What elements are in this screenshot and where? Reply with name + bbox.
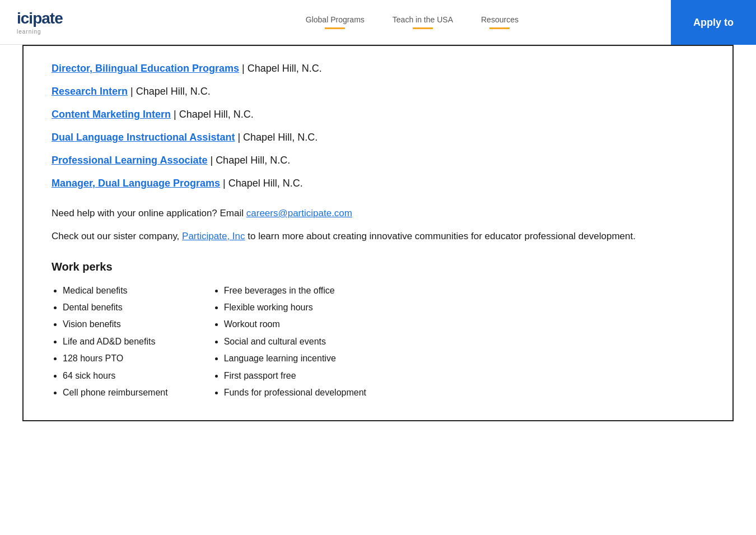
list-item: Workout room: [224, 318, 366, 331]
job-link-professional-learning[interactable]: Professional Learning Associate: [52, 155, 207, 166]
list-item: Social and cultural events: [224, 336, 366, 348]
main-nav: Global Programs Teach in the USA Resourc…: [85, 15, 739, 29]
list-item: Vision benefits: [63, 318, 168, 331]
header: icipate learning Global Programs Teach i…: [0, 0, 756, 45]
job-link-manager-dual-language[interactable]: Manager, Dual Language Programs: [52, 178, 220, 189]
perks-left-list: Medical benefits Dental benefits Vision …: [52, 285, 168, 399]
list-item: 128 hours PTO: [63, 352, 168, 365]
apply-button[interactable]: Apply to: [671, 0, 756, 45]
sister-company-link[interactable]: Participate, Inc: [182, 231, 245, 241]
job-item-dual-language-assistant: Dual Language Instructional Assistant | …: [52, 132, 704, 143]
list-item: 64 sick hours: [63, 370, 168, 382]
nav-label-resources: Resources: [481, 15, 519, 24]
job-link-dual-language-assistant[interactable]: Dual Language Instructional Assistant: [52, 132, 235, 143]
nav-item-resources[interactable]: Resources: [481, 15, 519, 29]
work-perks-title: Work perks: [52, 260, 704, 273]
nav-label-global-programs: Global Programs: [306, 15, 365, 24]
nav-item-teach-usa[interactable]: Teach in the USA: [393, 15, 453, 29]
list-item: Flexible working hours: [224, 301, 366, 314]
help-text-static: Need help with your online application? …: [52, 208, 246, 218]
logo-subtext: learning: [17, 29, 63, 35]
nav-label-teach-usa: Teach in the USA: [393, 15, 453, 24]
nav-underline-teach-usa: [413, 27, 433, 29]
job-item-research-intern: Research Intern | Chapel Hill, N.C.: [52, 86, 704, 97]
job-location-research-intern: | Chapel Hill, N.C.: [130, 86, 211, 97]
job-link-content-marketing[interactable]: Content Marketing Intern: [52, 109, 171, 120]
list-item: Funds for professional development: [224, 387, 366, 399]
job-item-content-marketing: Content Marketing Intern | Chapel Hill, …: [52, 109, 704, 120]
job-location-content-marketing: | Chapel Hill, N.C.: [174, 109, 254, 120]
list-item: First passport free: [224, 370, 366, 382]
nav-item-global-programs[interactable]: Global Programs: [306, 15, 365, 29]
sister-paragraph: Check out our sister company, Participat…: [52, 229, 704, 244]
list-item: Medical benefits: [63, 285, 168, 297]
job-location-manager-dual-language: | Chapel Hill, N.C.: [223, 178, 303, 189]
job-item-director: Director, Bilingual Education Programs |…: [52, 63, 704, 75]
list-item: Dental benefits: [63, 301, 168, 314]
perks-right-list: Free beverages in the office Flexible wo…: [213, 285, 366, 399]
sister-text-before: Check out our sister company,: [52, 231, 182, 241]
logo: icipate learning: [17, 10, 63, 35]
perks-left-column: Medical benefits Dental benefits Vision …: [52, 285, 168, 404]
job-location-dual-language-assistant: | Chapel Hill, N.C.: [237, 132, 318, 143]
list-item: Language learning incentive: [224, 352, 366, 365]
help-email-link[interactable]: careers@participate.com: [246, 208, 352, 218]
jobs-list: Director, Bilingual Education Programs |…: [52, 63, 704, 189]
nav-underline-global-programs: [325, 27, 345, 29]
job-item-manager-dual-language: Manager, Dual Language Programs | Chapel…: [52, 178, 704, 189]
logo-text: icipate: [17, 10, 63, 27]
perks-right-column: Free beverages in the office Flexible wo…: [213, 285, 366, 404]
job-link-director[interactable]: Director, Bilingual Education Programs: [52, 63, 239, 74]
list-item: Cell phone reimbursement: [63, 387, 168, 399]
job-location-professional-learning: | Chapel Hill, N.C.: [210, 155, 290, 166]
work-perks-section: Work perks Medical benefits Dental benef…: [52, 260, 704, 404]
nav-underline-resources: [489, 27, 510, 29]
list-item: Life and AD&D benefits: [63, 336, 168, 348]
sister-text-after: to learn more about creating innovative …: [245, 231, 636, 241]
job-item-professional-learning: Professional Learning Associate | Chapel…: [52, 155, 704, 166]
help-paragraph: Need help with your online application? …: [52, 206, 704, 221]
job-location-director: | Chapel Hill, N.C.: [242, 63, 322, 74]
job-link-research-intern[interactable]: Research Intern: [52, 86, 128, 97]
list-item: Free beverages in the office: [224, 285, 366, 297]
main-content: Director, Bilingual Education Programs |…: [22, 45, 734, 421]
perks-columns: Medical benefits Dental benefits Vision …: [52, 285, 704, 404]
